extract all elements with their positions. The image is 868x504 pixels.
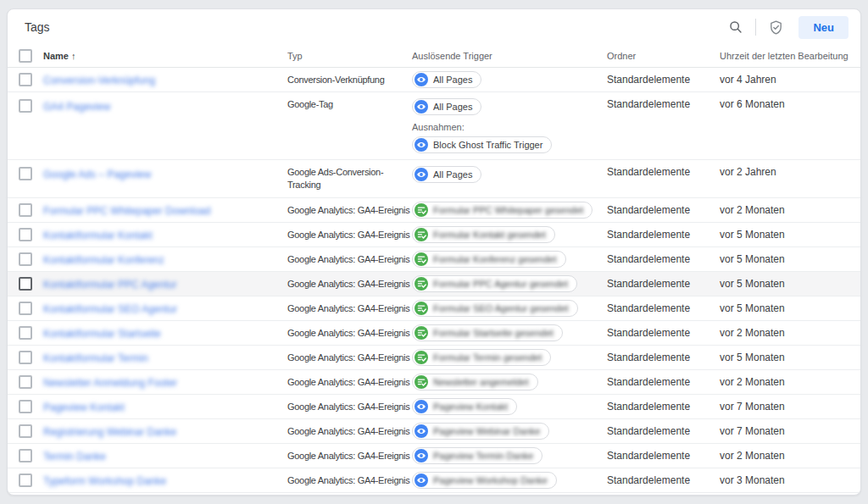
- tag-name-link[interactable]: Kontaktformular Kontakt: [43, 230, 153, 241]
- search-icon[interactable]: [725, 16, 747, 38]
- trigger-badge[interactable]: Pageview Webinar Danke: [412, 423, 549, 440]
- tag-type: Google Analytics: GA4-Ereignis: [287, 229, 412, 241]
- table-row[interactable]: GA4 Pageview Google-Tag All Pages Ausnah…: [8, 92, 860, 160]
- firing-triggers: Formular SEO Agentur gesendet: [412, 300, 578, 317]
- trigger-badge[interactable]: Formular Kontakt gesendet: [412, 226, 555, 243]
- header-actions: Neu: [725, 16, 849, 39]
- tag-name-link[interactable]: Kontaktformular Konferenz: [43, 254, 164, 266]
- tag-name-link[interactable]: Pageview Kontakt: [43, 402, 125, 413]
- tag-name-link[interactable]: Kontaktformular Termin: [43, 352, 148, 364]
- trigger-badge[interactable]: Newsletter angemeldet: [412, 374, 538, 390]
- firing-triggers: Formular PPC Agentur gesendet: [412, 275, 577, 292]
- tag-name-link[interactable]: Termin Danke: [43, 451, 106, 462]
- column-header-name[interactable]: Name ↑: [43, 51, 287, 61]
- tag-triggers: Pageview Kontakt: [412, 398, 607, 415]
- table-row[interactable]: Kontaktformular Kontakt Google Analytics…: [8, 223, 860, 247]
- trigger-badge[interactable]: Formular SEO Agentur gesendet: [412, 300, 578, 317]
- trigger-badge[interactable]: Formular Startseite gesendet: [412, 324, 563, 341]
- trigger-badge[interactable]: Formular Konferenz gesendet: [412, 251, 566, 268]
- select-all-checkbox[interactable]: [19, 49, 32, 63]
- row-checkbox[interactable]: [19, 167, 32, 180]
- pageview-trigger-icon: [415, 73, 428, 86]
- trigger-badge[interactable]: Pageview Workshop Danke: [412, 472, 557, 489]
- trigger-badge-label: Pageview Webinar Danke: [433, 426, 540, 436]
- new-tag-button[interactable]: Neu: [798, 16, 849, 39]
- row-checkbox[interactable]: [19, 277, 32, 291]
- column-header-uhrzeit[interactable]: Uhrzeit der letzten Bearbeitung: [720, 51, 860, 61]
- table-row[interactable]: Newsletter Anmeldung Footer Google Analy…: [8, 370, 860, 395]
- row-checkbox[interactable]: [19, 375, 32, 389]
- row-checkbox[interactable]: [19, 252, 32, 266]
- tag-last-edited: vor 2 Monaten: [720, 327, 860, 339]
- trigger-badge-label: Newsletter angemeldet: [433, 377, 529, 387]
- trigger-badge[interactable]: Pageview Kontakt: [412, 398, 517, 415]
- tag-name-link[interactable]: Kontaktformular Startseite: [43, 328, 161, 340]
- form-submit-trigger-icon: [415, 252, 428, 266]
- table-row[interactable]: Whitepaper Download Growth Hacks Google …: [8, 493, 860, 496]
- table-row[interactable]: Kontaktformular Konferenz Google Analyti…: [8, 247, 860, 272]
- table-row[interactable]: Pageview Kontakt Google Analytics: GA4-E…: [8, 395, 860, 419]
- tag-name-link[interactable]: Kontaktformular PPC Agentur: [43, 279, 176, 291]
- trigger-badge[interactable]: Formular Termin gesendet: [412, 349, 551, 366]
- table-row[interactable]: Typeform Workshop Danke Google Analytics…: [8, 468, 860, 493]
- trigger-badge[interactable]: Formular PPC Agentur gesendet: [412, 275, 577, 292]
- trigger-badge-label: Pageview Termin Danke: [433, 451, 533, 461]
- row-checkbox[interactable]: [19, 449, 32, 462]
- tag-triggers: Formular Startseite gesendet: [412, 324, 607, 341]
- row-checkbox[interactable]: [19, 228, 32, 241]
- tag-type: Google Analytics: GA4-Ereignis: [287, 401, 412, 413]
- column-header-typ[interactable]: Typ: [287, 51, 412, 61]
- tag-name-link[interactable]: Typeform Workshop Danke: [43, 475, 166, 487]
- table-row[interactable]: Registrierung Webinar Danke Google Analy…: [8, 419, 860, 444]
- tag-name-link[interactable]: Conversion-Verknüpfung: [43, 75, 155, 86]
- pageview-trigger-icon: [415, 424, 428, 438]
- table-row[interactable]: Termin Danke Google Analytics: GA4-Ereig…: [8, 444, 860, 468]
- tag-folder: Standardelemente: [607, 166, 720, 178]
- trigger-badge[interactable]: All Pages: [412, 166, 481, 183]
- tag-name-link[interactable]: Formular PPC Whitepaper Download: [43, 205, 210, 217]
- row-checkbox[interactable]: [19, 424, 32, 438]
- table-row[interactable]: Kontaktformular PPC Agentur Google Analy…: [8, 272, 860, 296]
- row-checkbox[interactable]: [19, 400, 32, 413]
- table-row[interactable]: Google Ads – Pageview Google Ads-Convers…: [8, 160, 860, 198]
- pageview-trigger-icon: [415, 449, 428, 462]
- tag-coverage-shield-icon[interactable]: [765, 16, 787, 38]
- row-checkbox[interactable]: [19, 474, 32, 487]
- row-checkbox[interactable]: [19, 302, 32, 315]
- trigger-badge[interactable]: Pageview Termin Danke: [412, 447, 542, 464]
- column-header-trigger[interactable]: Auslösende Trigger: [412, 51, 607, 61]
- tag-type: Google Analytics: GA4-Ereignis: [287, 204, 412, 217]
- tag-last-edited: vor 7 Monaten: [720, 401, 860, 413]
- table-row[interactable]: Kontaktformular Startseite Google Analyt…: [8, 321, 860, 346]
- tag-name-link[interactable]: Registrierung Webinar Danke: [43, 426, 176, 438]
- tag-triggers: Formular PPC Agentur gesendet: [412, 275, 607, 292]
- trigger-badge-label: Pageview Kontakt: [433, 402, 508, 412]
- firing-triggers: Formular Konferenz gesendet: [412, 251, 566, 268]
- trigger-badge-label: Formular Kontakt gesendet: [433, 230, 546, 240]
- table-row[interactable]: Formular PPC Whitepaper Download Google …: [8, 198, 860, 223]
- row-checkbox[interactable]: [19, 326, 32, 340]
- row-checkbox[interactable]: [19, 203, 32, 217]
- trigger-badge[interactable]: Formular PPC Whitepaper gesendet: [412, 202, 593, 219]
- table-row[interactable]: Kontaktformular Termin Google Analytics:…: [8, 346, 860, 370]
- trigger-badge[interactable]: All Pages: [412, 98, 481, 115]
- row-checkbox[interactable]: [19, 99, 32, 113]
- row-checkbox[interactable]: [19, 73, 32, 86]
- tag-folder: Standardelemente: [607, 327, 720, 339]
- form-submit-trigger-icon: [415, 351, 428, 364]
- tag-name-link[interactable]: Kontaktformular SEO Agentur: [43, 303, 177, 315]
- tag-triggers: All Pages: [412, 71, 607, 88]
- tag-type: Google-Tag: [287, 98, 412, 111]
- row-checkbox[interactable]: [19, 351, 32, 364]
- tag-name-link[interactable]: Newsletter Anmeldung Footer: [43, 377, 177, 389]
- tag-type: Google Ads-Conversion- Tracking: [287, 166, 412, 191]
- table-row[interactable]: Kontaktformular SEO Agentur Google Analy…: [8, 296, 860, 321]
- tag-folder: Standardelemente: [607, 278, 720, 290]
- table-row[interactable]: Conversion-Verknüpfung Conversion-Verknü…: [8, 68, 860, 92]
- trigger-badge[interactable]: Block Ghost Traffic Trigger: [412, 136, 552, 153]
- column-header-ordner[interactable]: Ordner: [607, 51, 720, 61]
- trigger-badge[interactable]: All Pages: [412, 71, 481, 88]
- tag-name-link[interactable]: Google Ads – Pageview: [43, 169, 151, 180]
- tag-name-link[interactable]: GA4 Pageview: [43, 101, 110, 113]
- tag-triggers: Pageview Workshop Danke: [412, 472, 607, 489]
